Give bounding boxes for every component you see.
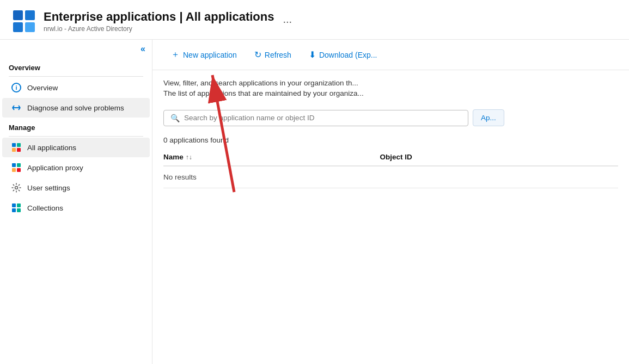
column-name: Name ↑↓ xyxy=(163,149,380,166)
sidebar-item-overview[interactable]: i Overview xyxy=(2,78,150,97)
no-results-text: No results xyxy=(163,166,618,188)
search-input[interactable] xyxy=(184,114,461,122)
sidebar-item-collections[interactable]: Collections xyxy=(2,198,150,218)
svg-rect-7 xyxy=(12,168,16,172)
sidebar-collapse-button[interactable]: « xyxy=(0,40,152,58)
results-count: 0 applications found xyxy=(163,136,618,144)
plus-icon: ＋ xyxy=(171,49,180,60)
header-more-button[interactable]: ··· xyxy=(283,15,292,28)
sidebar-item-label: Diagnose and solve problems xyxy=(27,104,124,112)
gear-icon xyxy=(11,182,22,193)
sidebar-section-manage: Manage xyxy=(0,118,152,135)
description-line1: View, filter, and search applications in… xyxy=(163,79,618,87)
download-button[interactable]: ⬇ Download (Exp... xyxy=(301,46,385,64)
svg-rect-11 xyxy=(17,203,21,207)
table-body: No results xyxy=(163,166,618,188)
page-header: Enterprise applications | All applicatio… xyxy=(0,0,629,40)
sidebar-item-label: All applications xyxy=(27,144,76,152)
toolbar: ＋ New application ↻ Refresh ⬇ Download (… xyxy=(152,40,629,70)
results-table: Name ↑↓ Object ID No results xyxy=(163,149,618,188)
sidebar-item-label: Collections xyxy=(27,204,63,212)
results-area: 0 applications found Name ↑↓ Object xyxy=(152,132,629,193)
collections-icon xyxy=(11,202,22,213)
sidebar-item-all-applications[interactable]: All applications xyxy=(2,138,150,157)
svg-rect-6 xyxy=(17,163,21,167)
description-line2: The list of applications that are mainta… xyxy=(163,89,618,97)
table-header: Name ↑↓ Object ID xyxy=(163,149,618,166)
page-title: Enterprise applications | All applicatio… xyxy=(44,10,274,24)
column-name-label: Name xyxy=(163,153,184,161)
svg-point-9 xyxy=(15,187,18,189)
diagnose-icon xyxy=(11,102,22,113)
sidebar-item-application-proxy[interactable]: Application proxy xyxy=(2,158,150,177)
sidebar-item-diagnose[interactable]: Diagnose and solve problems xyxy=(2,98,150,118)
search-area: 🔍 Ap... xyxy=(152,104,629,132)
svg-rect-10 xyxy=(12,203,16,207)
svg-rect-13 xyxy=(17,208,21,212)
main-content: ＋ New application ↻ Refresh ⬇ Download (… xyxy=(152,40,629,364)
sidebar-item-label: Overview xyxy=(27,84,58,92)
no-results-row: No results xyxy=(163,166,618,188)
new-application-label: New application xyxy=(183,51,237,59)
search-icon: 🔍 xyxy=(170,114,180,122)
sidebar: « Overview i Overview xyxy=(0,40,152,364)
info-icon: i xyxy=(11,82,22,93)
azure-logo xyxy=(13,10,35,32)
new-application-button[interactable]: ＋ New application xyxy=(163,45,245,64)
sidebar-item-label: User settings xyxy=(27,184,70,192)
refresh-button[interactable]: ↻ Refresh xyxy=(247,46,299,64)
download-icon: ⬇ xyxy=(309,50,316,60)
sidebar-item-label: Application proxy xyxy=(27,164,83,172)
refresh-label: Refresh xyxy=(265,51,291,59)
svg-rect-12 xyxy=(12,208,16,212)
svg-rect-5 xyxy=(12,163,16,167)
all-apps-icon xyxy=(11,142,22,153)
apply-filter-button[interactable]: Ap... xyxy=(473,109,504,126)
search-box: 🔍 xyxy=(163,110,468,126)
proxy-icon xyxy=(11,162,22,173)
column-objectid-label: Object ID xyxy=(380,153,412,161)
column-objectid: Object ID xyxy=(380,149,618,166)
sort-icon[interactable]: ↑↓ xyxy=(186,153,192,161)
description-area: View, filter, and search applications in… xyxy=(152,70,629,104)
sidebar-section-overview: Overview xyxy=(0,58,152,75)
download-label: Download (Exp... xyxy=(319,51,377,59)
sidebar-item-user-settings[interactable]: User settings xyxy=(2,178,150,198)
refresh-icon: ↻ xyxy=(254,50,261,60)
svg-rect-8 xyxy=(17,168,21,172)
page-subtitle: nrwl.io - Azure Active Directory xyxy=(44,25,274,33)
